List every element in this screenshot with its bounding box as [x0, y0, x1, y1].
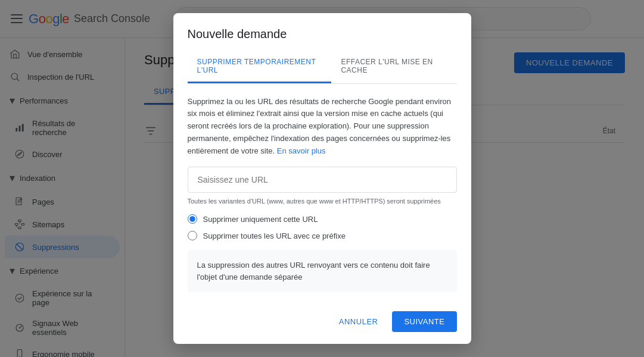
- learn-more-link[interactable]: En savoir plus: [277, 146, 326, 155]
- dialog-title: Nouvelle demande: [188, 27, 457, 41]
- radio-url-only-input[interactable]: [188, 214, 197, 224]
- dialog-footer: ANNULER SUIVANTE: [173, 304, 471, 344]
- url-hint: Toutes les variantes d'URL (www, autres …: [188, 198, 457, 205]
- dialog-overlay: Nouvelle demande SUPPRIMER TEMPORAIREMEN…: [0, 0, 644, 357]
- suivante-button[interactable]: SUIVANTE: [392, 311, 456, 332]
- radio-group: Supprimer uniquement cette URL Supprimer…: [188, 214, 457, 240]
- info-box-text: La suppression des autres URL renvoyant …: [197, 261, 430, 281]
- dialog-tabs: SUPPRIMER TEMPORAIREMENT L'URL EFFACER L…: [188, 51, 457, 84]
- radio-url-prefix[interactable]: Supprimer toutes les URL avec ce préfixe: [188, 231, 457, 240]
- dialog-header: Nouvelle demande SUPPRIMER TEMPORAIREMEN…: [173, 13, 471, 84]
- radio-url-only[interactable]: Supprimer uniquement cette URL: [188, 214, 457, 224]
- annuler-button[interactable]: ANNULER: [329, 311, 388, 332]
- radio-url-prefix-input[interactable]: [188, 231, 197, 240]
- dialog-tab-supprimer-temp[interactable]: SUPPRIMER TEMPORAIREMENT L'URL: [188, 51, 332, 83]
- dialog: Nouvelle demande SUPPRIMER TEMPORAIREMEN…: [173, 13, 471, 345]
- radio-url-prefix-label: Supprimer toutes les URL avec ce préfixe: [203, 231, 346, 240]
- url-input-wrapper[interactable]: [188, 167, 457, 193]
- dialog-tab-effacer-cache[interactable]: EFFACER L'URL MISE EN CACHE: [331, 51, 456, 83]
- radio-url-only-label: Supprimer uniquement cette URL: [203, 215, 318, 224]
- url-input[interactable]: [198, 175, 447, 184]
- info-box: La suppression des autres URL renvoyant …: [188, 250, 457, 292]
- dialog-description: Supprimez la ou les URL des résultats de…: [188, 96, 457, 158]
- dialog-body: Supprimez la ou les URL des résultats de…: [173, 84, 471, 305]
